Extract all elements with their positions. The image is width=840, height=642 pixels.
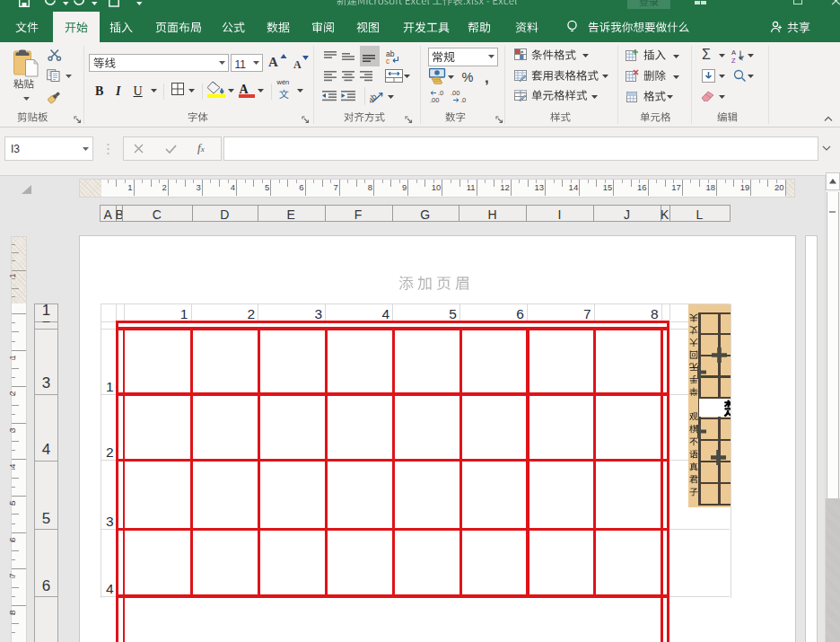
svg-text:Z: Z bbox=[731, 57, 736, 64]
svg-text:.00: .00 bbox=[430, 96, 439, 104]
svg-text:.0: .0 bbox=[460, 96, 466, 104]
svg-text:.00: .00 bbox=[451, 89, 459, 97]
